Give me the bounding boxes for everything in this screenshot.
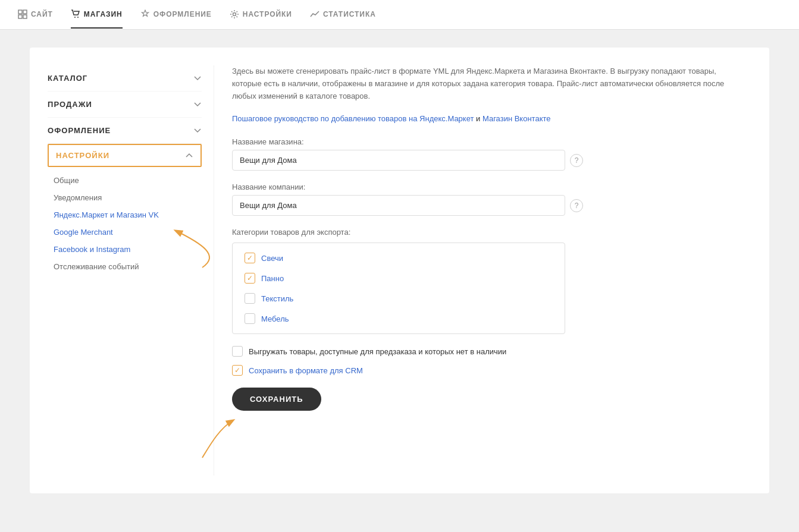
nav-stats[interactable]: СТАТИСТИКА (310, 1, 376, 29)
category-candles-checkbox[interactable] (245, 253, 255, 263)
sidebar-design-header[interactable]: ОФОРМЛЕНИЕ (48, 118, 202, 144)
crm-label: Сохранить в формате для CRM (249, 366, 363, 375)
save-button[interactable]: СОХРАНИТЬ (232, 388, 321, 411)
preorder-checkbox[interactable] (232, 346, 243, 357)
category-furniture: Мебель (245, 313, 553, 324)
category-furniture-label: Мебель (261, 314, 289, 323)
nav-settings[interactable]: НАСТРОЙКИ (230, 1, 292, 29)
sidebar-item-general[interactable]: Общие (54, 172, 202, 189)
shop-name-help-icon[interactable]: ? (570, 154, 583, 167)
grid-icon (18, 10, 27, 19)
sidebar-item-facebook[interactable]: Facebook и Instagram (54, 241, 202, 258)
categories-label: Категории товаров для экспорта: (232, 228, 734, 237)
chevron-down-icon (193, 100, 202, 109)
company-name-input[interactable] (232, 195, 565, 216)
company-name-group: Название компании: ? (232, 182, 734, 216)
sidebar-section-sales: ПРОДАЖИ (48, 92, 202, 118)
nav-design[interactable]: ОФОРМЛЕНИЕ (140, 1, 212, 29)
settings-sub-items: Общие Уведомления Яндекс.Маркет и Магази… (48, 167, 202, 280)
chevron-down-icon (193, 127, 202, 135)
category-candles-label: Свечи (261, 254, 283, 263)
preorder-label: Выгружать товары, доступные для предзака… (249, 347, 506, 356)
category-textiles: Текстиль (245, 293, 553, 304)
sidebar-item-google[interactable]: Google Merchant (54, 223, 202, 241)
category-panels-label: Панно (261, 274, 284, 283)
sidebar-catalog-header[interactable]: КАТАЛОГ (48, 65, 202, 92)
shop-name-input-row: ? (232, 150, 734, 171)
sidebar-section-design: ОФОРМЛЕНИЕ (48, 118, 202, 144)
company-name-help-icon[interactable]: ? (570, 199, 583, 212)
categories-box: Свечи Панно Текстиль Мебель (232, 243, 565, 334)
chevron-down-icon (193, 74, 202, 83)
gear-icon (230, 10, 239, 19)
sidebar-item-tracking[interactable]: Отслеживание событий (54, 258, 202, 275)
svg-rect-0 (18, 10, 22, 14)
crm-row: Сохранить в формате для CRM (232, 365, 734, 376)
sidebar-item-notifications[interactable]: Уведомления (54, 189, 202, 206)
nav-site[interactable]: САЙТ (18, 1, 53, 29)
sidebar-section-settings: НАСТРОЙКИ Общие Уведомления Яндекс.Марке… (48, 144, 202, 280)
sidebar-sales-header[interactable]: ПРОДАЖИ (48, 92, 202, 118)
category-textiles-checkbox[interactable] (245, 293, 255, 304)
category-candles: Свечи (245, 253, 553, 263)
save-button-container: СОХРАНИТЬ (232, 388, 734, 411)
cart-icon (71, 10, 80, 19)
sidebar-section-catalog: КАТАЛОГ (48, 65, 202, 92)
sidebar: КАТАЛОГ ПРОДАЖИ ОФОРМЛЕНИЕ (48, 65, 214, 476)
shop-name-label: Название магазина: (232, 137, 734, 146)
top-navigation: САЙТ МАГАЗИН ОФОРМЛЕНИЕ НАСТРОЙКИ СТАТИС… (0, 0, 799, 30)
chart-icon (310, 10, 319, 19)
preorder-row: Выгружать товары, доступные для предзака… (232, 346, 734, 357)
main-container: КАТАЛОГ ПРОДАЖИ ОФОРМЛЕНИЕ (0, 30, 799, 511)
categories-group: Категории товаров для экспорта: Свечи Па… (232, 228, 734, 334)
svg-point-5 (77, 17, 79, 18)
svg-rect-2 (18, 15, 22, 18)
shop-name-group: Название магазина: ? (232, 137, 734, 171)
category-panels-checkbox[interactable] (245, 273, 255, 284)
crm-checkbox[interactable] (232, 365, 243, 376)
guide-link-yandex[interactable]: Пошаговое руководство по добавлению това… (232, 114, 474, 123)
svg-point-4 (74, 17, 76, 18)
guide-links: Пошаговое руководство по добавлению това… (232, 114, 734, 123)
star-icon (140, 10, 150, 19)
svg-rect-1 (23, 10, 27, 14)
sidebar-settings-header[interactable]: НАСТРОЙКИ (48, 144, 202, 167)
info-text: Здесь вы можете сгенерировать прайс-лист… (232, 65, 734, 102)
content-area: Здесь вы можете сгенерировать прайс-лист… (214, 65, 751, 476)
company-name-label: Название компании: (232, 182, 734, 191)
sidebar-item-yandex[interactable]: Яндекс.Маркет и Магазин VK (54, 206, 202, 223)
svg-point-6 (233, 12, 236, 15)
category-furniture-checkbox[interactable] (245, 313, 255, 324)
category-panels: Панно (245, 273, 553, 284)
category-textiles-label: Текстиль (261, 294, 293, 303)
svg-rect-3 (23, 15, 27, 18)
guide-link-vk[interactable]: Магазин Вконтакте (482, 114, 551, 123)
nav-shop[interactable]: МАГАЗИН (71, 1, 123, 29)
page-card: КАТАЛОГ ПРОДАЖИ ОФОРМЛЕНИЕ (30, 48, 769, 493)
chevron-up-icon (185, 152, 193, 160)
shop-name-input[interactable] (232, 150, 565, 171)
company-name-input-row: ? (232, 195, 734, 216)
